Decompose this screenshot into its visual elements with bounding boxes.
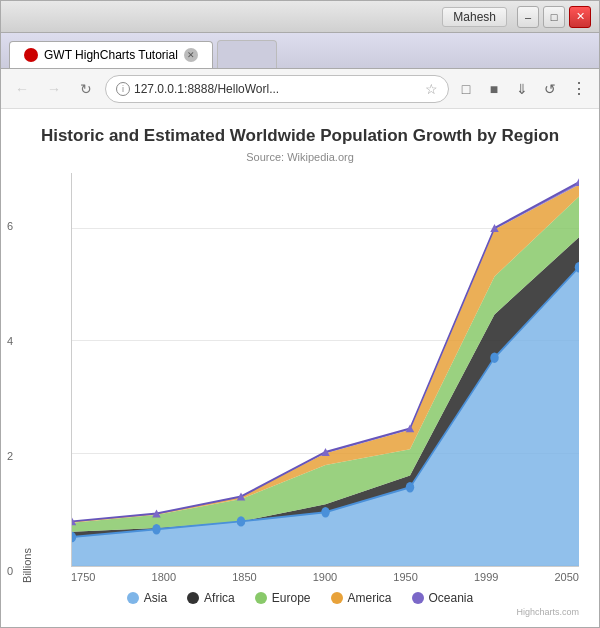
sync-icon[interactable]: ↺ (539, 78, 561, 100)
asia-dot-1950 (406, 482, 414, 492)
legend-item-oceania: Oceania (412, 591, 474, 605)
x-label-1850: 1850 (232, 571, 256, 583)
x-label-1950: 1950 (393, 571, 417, 583)
highcharts-credit: Highcharts.com (21, 607, 579, 617)
new-tab-area (217, 40, 277, 68)
url-bar[interactable]: i 127.0.0.1:8888/HelloWorl... ☆ (105, 75, 449, 103)
active-tab[interactable]: GWT HighCharts Tutorial ✕ (9, 41, 213, 68)
legend-dot-africa (187, 592, 199, 604)
minimize-button[interactable]: – (517, 6, 539, 28)
legend-dot-europe (255, 592, 267, 604)
refresh-button[interactable]: ↻ (73, 76, 99, 102)
x-label-1750: 1750 (71, 571, 95, 583)
close-button[interactable]: ✕ (569, 6, 591, 28)
bookmark-manager-icon[interactable]: ■ (483, 78, 505, 100)
legend-dot-asia (127, 592, 139, 604)
titlebar-user: Mahesh (442, 7, 507, 27)
oceania-marker-2050 (575, 178, 579, 186)
chart-title: Historic and Estimated Worldwide Populat… (21, 125, 579, 147)
legend-dot-america (331, 592, 343, 604)
y-tick-6: 6 (7, 220, 13, 232)
tabbar: GWT HighCharts Tutorial ✕ (1, 33, 599, 69)
legend-label-asia: Asia (144, 591, 167, 605)
x-label-2050: 2050 (554, 571, 578, 583)
x-label-1999: 1999 (474, 571, 498, 583)
legend-item-europe: Europe (255, 591, 311, 605)
chart-svg (72, 173, 579, 566)
x-label-1800: 1800 (152, 571, 176, 583)
asia-dot-1850 (237, 516, 245, 526)
legend-item-asia: Asia (127, 591, 167, 605)
extensions-icon[interactable]: □ (455, 78, 477, 100)
y-ticks: 6 4 2 0 (37, 173, 67, 583)
chart-source: Source: Wikipedia.org (21, 151, 579, 163)
forward-button[interactable]: → (41, 76, 67, 102)
chart-inner (71, 173, 579, 567)
back-button[interactable]: ← (9, 76, 35, 102)
toolbar-icons: □ ■ ⇓ ↺ (455, 78, 561, 100)
legend-item-africa: Africa (187, 591, 235, 605)
y-axis-label: Billions (21, 173, 33, 583)
downloads-icon[interactable]: ⇓ (511, 78, 533, 100)
legend-label-africa: Africa (204, 591, 235, 605)
chart-plot-area: 1750 1800 1850 1900 1950 1999 2050 (71, 173, 579, 583)
legend-dot-oceania (412, 592, 424, 604)
asia-dot-1999 (490, 353, 498, 363)
secure-icon: i (116, 82, 130, 96)
asia-dot-1800 (152, 524, 160, 534)
legend: Asia Africa Europe America Oceania (21, 591, 579, 605)
maximize-button[interactable]: □ (543, 6, 565, 28)
legend-label-europe: Europe (272, 591, 311, 605)
url-text: 127.0.0.1:8888/HelloWorl... (134, 82, 421, 96)
y-tick-4: 4 (7, 335, 13, 347)
y-tick-2: 2 (7, 450, 13, 462)
chart-area: Historic and Estimated Worldwide Populat… (1, 109, 599, 627)
tab-title: GWT HighCharts Tutorial (44, 48, 178, 62)
tab-favicon (24, 48, 38, 62)
x-labels: 1750 1800 1850 1900 1950 1999 2050 (71, 571, 579, 583)
legend-label-america: America (348, 591, 392, 605)
addressbar: ← → ↻ i 127.0.0.1:8888/HelloWorl... ☆ □ … (1, 69, 599, 109)
y-tick-0: 0 (7, 565, 13, 577)
bookmark-icon[interactable]: ☆ (425, 81, 438, 97)
legend-item-america: America (331, 591, 392, 605)
chart-container: Billions 6 4 2 0 (21, 173, 579, 583)
tab-close-button[interactable]: ✕ (184, 48, 198, 62)
browser-window: Mahesh – □ ✕ GWT HighCharts Tutorial ✕ ←… (0, 0, 600, 628)
legend-label-oceania: Oceania (429, 591, 474, 605)
menu-button[interactable]: ⋮ (567, 79, 591, 98)
x-label-1900: 1900 (313, 571, 337, 583)
titlebar: Mahesh – □ ✕ (1, 1, 599, 33)
asia-dot-1900 (321, 507, 329, 517)
